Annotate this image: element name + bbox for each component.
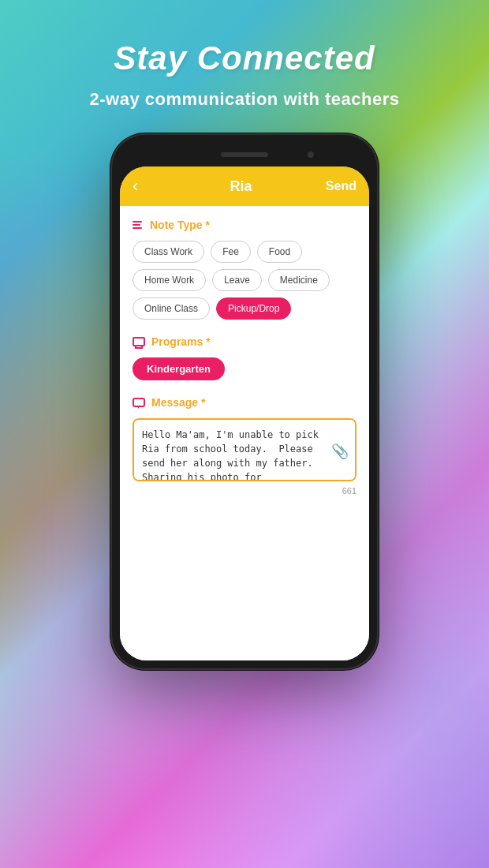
- phone-speaker: [221, 152, 268, 157]
- phone-screen: ‹ Ria Send Note Type *: [120, 166, 369, 660]
- phone-top-bar: [120, 143, 369, 166]
- note-type-chips: Class Work Fee Food Home Work Leave Medi…: [133, 241, 356, 320]
- chip-leave[interactable]: Leave: [212, 269, 262, 291]
- programs-icon: [133, 337, 145, 346]
- message-header: Message *: [133, 396, 356, 409]
- attach-icon[interactable]: 📎: [331, 443, 349, 460]
- note-type-label: Note Type *: [150, 219, 210, 231]
- chip-class-work[interactable]: Class Work: [133, 241, 204, 263]
- send-button[interactable]: Send: [326, 179, 356, 193]
- char-count: 661: [133, 486, 356, 496]
- message-section: Message * 📎 661: [133, 396, 356, 496]
- message-icon: [133, 398, 145, 407]
- programs-chips: Kindergarten: [133, 357, 356, 380]
- phone-camera: [308, 152, 314, 158]
- message-label: Message *: [151, 396, 205, 409]
- app-content: Note Type * Class Work Fee Food Home Wor…: [120, 206, 369, 660]
- programs-header: Programs *: [133, 335, 356, 348]
- chip-food[interactable]: Food: [257, 241, 302, 263]
- programs-section: Programs * Kindergarten: [133, 335, 356, 380]
- programs-label: Programs *: [151, 335, 211, 348]
- phone-frame: ‹ Ria Send Note Type *: [110, 133, 379, 670]
- note-type-section: Note Type * Class Work Fee Food Home Wor…: [133, 219, 356, 320]
- page-title: Stay Connected: [89, 39, 399, 77]
- page-subtitle: 2-way communication with teachers: [89, 89, 399, 110]
- message-input[interactable]: [133, 418, 356, 481]
- chip-medicine[interactable]: Medicine: [268, 269, 330, 291]
- phone-mockup: ‹ Ria Send Note Type *: [110, 133, 379, 670]
- chip-online-class[interactable]: Online Class: [133, 297, 210, 320]
- note-type-icon: [133, 221, 142, 229]
- app-header: ‹ Ria Send: [120, 166, 369, 206]
- app-header-title: Ria: [230, 178, 252, 195]
- chip-home-work[interactable]: Home Work: [133, 269, 206, 291]
- chip-pickup-drop[interactable]: Pickup/Drop: [216, 297, 291, 320]
- chip-fee[interactable]: Fee: [211, 241, 251, 263]
- back-button[interactable]: ‹: [133, 176, 156, 196]
- note-type-header: Note Type *: [133, 219, 356, 231]
- kindergarten-badge[interactable]: Kindergarten: [133, 357, 225, 380]
- message-area: 📎: [133, 418, 356, 485]
